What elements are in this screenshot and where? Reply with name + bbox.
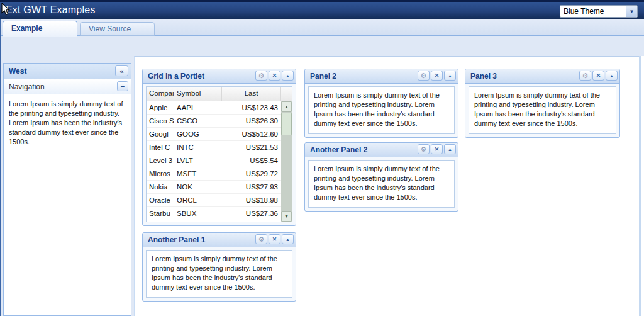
- app-header: Ext GWT Examples Blue Theme ▼: [0, 0, 644, 19]
- close-icon[interactable]: ✕: [269, 234, 280, 244]
- column-header-blank: [281, 87, 292, 101]
- theme-select-value: Blue Theme: [564, 7, 604, 16]
- portlet-body: Lorem Ipsum is simply dummy text of the …: [308, 86, 455, 134]
- collapse-up-icon[interactable]: ▲: [606, 71, 618, 81]
- table-cell: GOOG: [174, 128, 222, 140]
- table-cell: INTC: [174, 141, 222, 154]
- portlet-another-panel-2: Another Panel 2 ⚙ ✕ ▲ Lorem Ipsum is sim…: [304, 142, 458, 212]
- portal-area: Grid in a Portlet ⚙ ✕ ▲ Company Symbol L…: [134, 56, 639, 316]
- gear-icon[interactable]: ⚙: [418, 144, 430, 154]
- gear-icon[interactable]: ⚙: [255, 71, 267, 81]
- close-icon[interactable]: ✕: [431, 144, 443, 154]
- table-cell: Apple: [147, 101, 174, 114]
- column-header-company[interactable]: Company: [147, 87, 174, 101]
- portlet-title: Another Panel 2: [310, 145, 367, 154]
- table-cell: SBUX: [174, 207, 222, 220]
- table-cell: Level 3: [147, 154, 174, 167]
- table-cell: US$18.98: [222, 194, 281, 206]
- collapse-up-icon[interactable]: ▲: [444, 71, 456, 81]
- gear-icon[interactable]: ⚙: [579, 71, 591, 81]
- navigation-section-header[interactable]: Navigation −: [4, 79, 131, 94]
- table-cell: US$123.43: [222, 101, 281, 114]
- table-cell: Micros: [147, 167, 174, 180]
- tab-strip: Example View Source: [0, 19, 644, 36]
- gear-icon[interactable]: ⚙: [418, 71, 430, 81]
- table-row[interactable]: GooglGOOGUS$512.60: [147, 128, 281, 141]
- west-panel-header[interactable]: West «: [4, 64, 131, 79]
- portlet-another-panel-1: Another Panel 1 ⚙ ✕ ▲ Lorem Ipsum is sim…: [142, 232, 296, 302]
- portlet-panel-2: Panel 2 ⚙ ✕ ▲ Lorem Ipsum is simply dumm…: [304, 69, 458, 138]
- portlet-title: Grid in a Portlet: [148, 72, 204, 81]
- table-cell: US$29.72: [222, 167, 281, 180]
- tab-example[interactable]: Example: [3, 21, 77, 37]
- tab-view-source[interactable]: View Source: [80, 22, 155, 36]
- navigation-section-body: Lorem Ipsum is simply dummy text of the …: [4, 94, 131, 152]
- table-row[interactable]: AppleAAPLUS$123.43: [147, 101, 281, 115]
- portlet-header[interactable]: Panel 2 ⚙ ✕ ▲: [305, 69, 458, 84]
- table-row[interactable]: StarbuSBUXUS$27.36: [147, 207, 281, 220]
- app-title: Ext GWT Examples: [6, 4, 96, 16]
- portlet-header[interactable]: Another Panel 1 ⚙ ✕ ▲: [143, 233, 296, 247]
- table-cell: Cisco S: [147, 115, 174, 127]
- portlet-body: Lorem Ipsum is simply dummy text of the …: [469, 86, 616, 134]
- table-cell: LVLT: [174, 154, 222, 167]
- portlet-title: Panel 3: [470, 72, 497, 81]
- table-cell: Starbu: [147, 207, 174, 220]
- close-icon[interactable]: ✕: [269, 71, 280, 81]
- window-left-edge: [0, 19, 1, 316]
- navigation-section-title: Navigation: [9, 82, 45, 91]
- table-cell: US$512.60: [222, 128, 281, 140]
- minus-icon[interactable]: −: [117, 81, 128, 91]
- table-row[interactable]: Cisco SCSCOUS$26.30: [147, 115, 281, 128]
- table-cell: US$21.53: [222, 141, 281, 154]
- grid-scrollbar[interactable]: ▲ ▼: [281, 101, 292, 222]
- table-cell: Intel C: [147, 141, 174, 154]
- portlet-grid: Grid in a Portlet ⚙ ✕ ▲ Company Symbol L…: [142, 69, 296, 226]
- table-cell: US$27.93: [222, 181, 281, 193]
- collapse-up-icon[interactable]: ▲: [282, 71, 294, 81]
- portlet-header[interactable]: Another Panel 2 ⚙ ✕ ▲: [305, 143, 458, 157]
- close-icon[interactable]: ✕: [592, 71, 604, 81]
- table-cell: AAPL: [174, 101, 222, 114]
- scroll-up-icon[interactable]: ▲: [281, 101, 292, 112]
- table-cell: Nokia: [147, 181, 174, 193]
- column-header-last[interactable]: Last: [222, 87, 281, 101]
- column-header-symbol[interactable]: Symbol: [174, 87, 222, 101]
- collapse-up-icon[interactable]: ▲: [282, 234, 294, 244]
- mouse-cursor-icon: [1, 3, 10, 16]
- portlet-body: Lorem Ipsum is simply dummy text of the …: [146, 250, 292, 298]
- theme-select[interactable]: Blue Theme ▼: [560, 5, 638, 18]
- portlet-panel-3: Panel 3 ⚙ ✕ ▲ Lorem Ipsum is simply dumm…: [465, 69, 620, 138]
- table-row[interactable]: OracleORCLUS$18.98: [147, 194, 281, 207]
- portal-right-gutter: [641, 56, 644, 316]
- portlet-header[interactable]: Panel 3 ⚙ ✕ ▲: [465, 69, 619, 84]
- chevron-down-icon[interactable]: ▼: [626, 6, 637, 17]
- portlet-body: Lorem Ipsum is simply dummy text of the …: [308, 160, 455, 208]
- portlet-title: Panel 2: [310, 72, 336, 81]
- table-cell: US$27.36: [222, 207, 281, 220]
- table-cell: Oracle: [147, 194, 174, 206]
- table-cell: ORCL: [174, 194, 222, 206]
- table-cell: US$26.30: [222, 115, 281, 127]
- table-cell: US$5.54: [222, 154, 281, 167]
- table-cell: Googl: [147, 128, 174, 140]
- table-row[interactable]: MicrosMSFTUS$29.72: [147, 167, 281, 181]
- table-cell: CSCO: [174, 115, 222, 127]
- portlet-title: Another Panel 1: [148, 235, 205, 244]
- collapse-left-icon[interactable]: «: [115, 65, 128, 76]
- table-row[interactable]: Intel CINTCUS$21.53: [147, 141, 281, 154]
- grid-rows: AppleAAPLUS$123.43Cisco SCSCOUS$26.30Goo…: [147, 101, 281, 222]
- gear-icon[interactable]: ⚙: [255, 234, 267, 244]
- scroll-down-icon[interactable]: ▼: [281, 211, 292, 222]
- table-cell: MSFT: [174, 167, 222, 180]
- grid-header-row: Company Symbol Last: [147, 87, 292, 101]
- table-row[interactable]: NokiaNOKUS$27.93: [147, 181, 281, 194]
- close-icon[interactable]: ✕: [431, 71, 443, 81]
- table-row[interactable]: Level 3LVLTUS$5.54: [147, 154, 281, 167]
- scrollbar-thumb[interactable]: [281, 113, 292, 135]
- stock-grid: Company Symbol Last AppleAAPLUS$123.43Ci…: [146, 86, 292, 222]
- portlet-grid-header[interactable]: Grid in a Portlet ⚙ ✕ ▲: [143, 69, 296, 84]
- west-panel-title: West: [9, 67, 26, 76]
- collapse-up-icon[interactable]: ▲: [444, 144, 456, 154]
- west-panel: West « Navigation − Lorem Ipsum is simpl…: [3, 63, 131, 316]
